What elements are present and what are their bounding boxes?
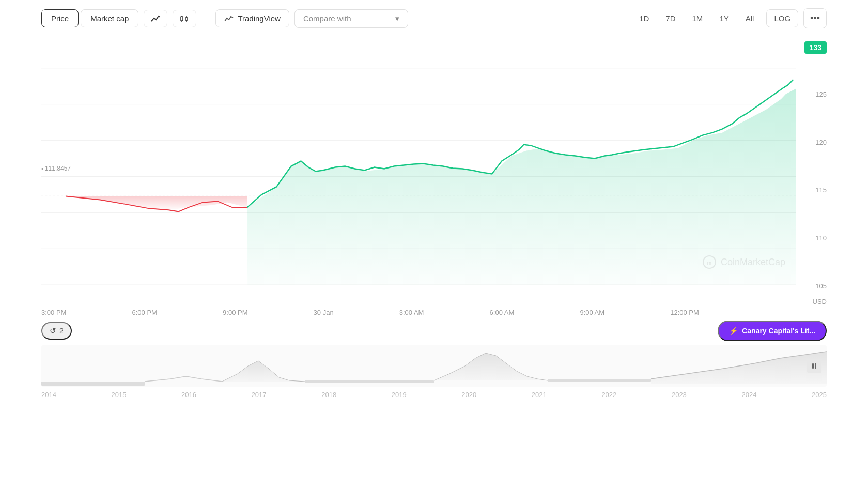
svg-text:m: m	[707, 260, 711, 266]
svg-rect-3	[185, 18, 188, 20]
svg-rect-19	[812, 363, 814, 369]
price-chart-svg	[41, 37, 796, 306]
tradingview-label: TradingView	[238, 14, 281, 23]
tradingview-button[interactable]: TradingView	[215, 9, 289, 27]
current-price-badge: 133	[804, 41, 827, 54]
time-1m-button[interactable]: 1M	[685, 10, 710, 27]
year-2016: 2016	[181, 391, 196, 399]
x-label-8: 12:00 PM	[670, 309, 699, 316]
canary-icon: ⚡	[729, 327, 738, 335]
log-button[interactable]: LOG	[766, 9, 798, 27]
x-axis: 3:00 PM 6:00 PM 9:00 PM 30 Jan 3:00 AM 6…	[0, 306, 837, 316]
y-label-115: 115	[815, 186, 827, 194]
time-all-button[interactable]: All	[738, 10, 762, 27]
price-button[interactable]: Price	[41, 9, 79, 27]
x-label-5: 3:00 AM	[399, 309, 424, 316]
history-button[interactable]: ↺ 2	[41, 322, 72, 340]
compare-dropdown[interactable]: Compare with ▾	[295, 9, 408, 28]
toolbar: Price Market cap TradingView Compare wit…	[0, 0, 868, 37]
bottom-bar: ↺ 2 ⚡ Canary Capital's Lit...	[0, 316, 868, 345]
mini-chart	[41, 345, 827, 387]
svg-rect-0	[181, 17, 183, 21]
line-chart-button[interactable]	[144, 10, 167, 27]
year-2020: 2020	[461, 391, 476, 399]
divider	[206, 10, 206, 27]
usd-label: USD	[813, 298, 827, 306]
y-label-125: 125	[815, 90, 827, 98]
year-2022: 2022	[601, 391, 616, 399]
svg-rect-17	[305, 380, 434, 383]
candle-chart-button[interactable]	[173, 10, 196, 27]
svg-rect-20	[815, 363, 816, 369]
y-label-105: 105	[815, 282, 827, 290]
year-2024: 2024	[741, 391, 756, 399]
year-labels: 2014 2015 2016 2017 2018 2019 2020 2021 …	[0, 389, 868, 401]
x-label-1: 3:00 PM	[41, 309, 66, 316]
view-toggle: Price Market cap	[41, 9, 138, 27]
year-2021: 2021	[532, 391, 547, 399]
time-1y-button[interactable]: 1Y	[712, 10, 736, 27]
more-options-button[interactable]: •••	[803, 8, 827, 28]
year-2018: 2018	[321, 391, 336, 399]
history-count: 2	[59, 327, 64, 335]
history-icon: ↺	[50, 326, 56, 335]
x-label-3: 9:00 PM	[223, 309, 247, 316]
dropdown-arrow-icon: ▾	[395, 14, 399, 23]
x-label-2: 6:00 PM	[132, 309, 157, 316]
start-price-label: • 111.8457	[41, 165, 71, 172]
watermark: m CoinMarketCap	[702, 255, 785, 269]
x-label-spacer	[765, 309, 796, 316]
x-label-7: 9:00 AM	[580, 309, 605, 316]
year-2014: 2014	[41, 391, 56, 399]
time-7d-button[interactable]: 7D	[658, 10, 683, 27]
year-2025: 2025	[812, 391, 827, 399]
time-1d-button[interactable]: 1D	[632, 10, 656, 27]
x-label-6: 6:00 AM	[490, 309, 515, 316]
y-label-120: 120	[815, 139, 827, 146]
year-2015: 2015	[112, 391, 127, 399]
compare-label: Compare with	[303, 14, 351, 23]
canary-label: Canary Capital's Lit...	[742, 327, 815, 335]
year-2017: 2017	[252, 391, 267, 399]
canary-capital-button[interactable]: ⚡ Canary Capital's Lit...	[718, 321, 827, 341]
y-label-110: 110	[815, 234, 827, 242]
marketcap-button[interactable]: Market cap	[81, 9, 138, 27]
chart-area: 133 130 125 120 115 110 105 USD • 111.84…	[41, 37, 827, 306]
time-range-group: 1D 7D 1M 1Y All	[632, 10, 761, 27]
pause-button[interactable]	[807, 359, 822, 373]
y-axis: 133 130 125 120 115 110 105 USD	[796, 37, 827, 306]
svg-rect-18	[548, 379, 651, 382]
year-2023: 2023	[672, 391, 687, 399]
year-2019: 2019	[392, 391, 407, 399]
svg-rect-16	[41, 382, 145, 386]
x-label-4: 30 Jan	[314, 309, 334, 316]
watermark-text: CoinMarketCap	[721, 257, 785, 268]
